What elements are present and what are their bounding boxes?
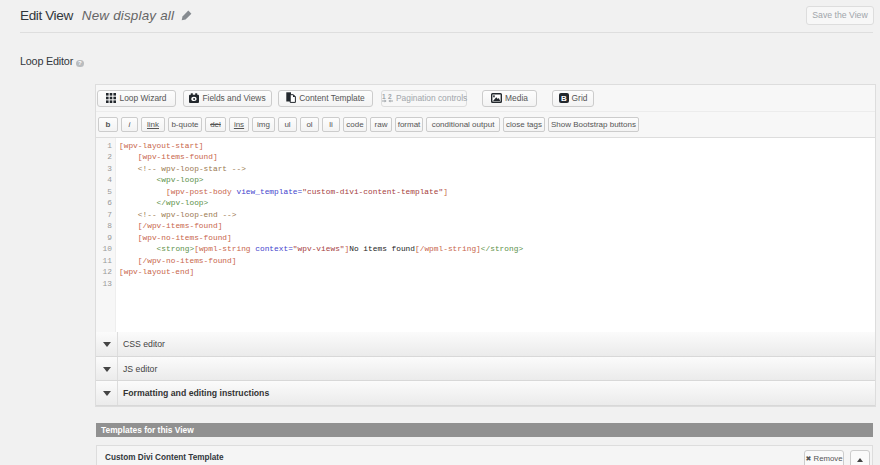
svg-text:B: B [561,94,567,103]
svg-text:2: 2 [388,93,392,100]
svg-text:1: 1 [382,93,386,100]
